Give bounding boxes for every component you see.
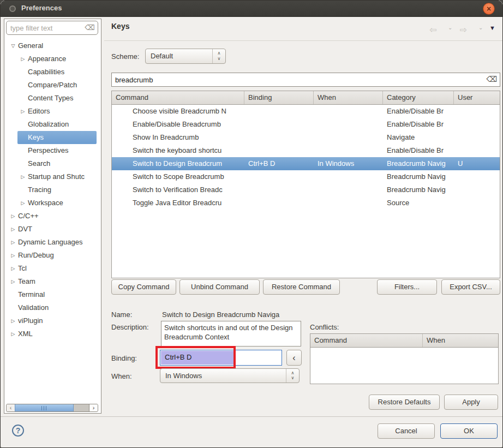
- cancel-button[interactable]: Cancel: [378, 423, 435, 439]
- sidebar-item-search[interactable]: Search: [4, 157, 101, 170]
- filter-field[interactable]: ⌫: [6, 21, 98, 35]
- table-row-selected[interactable]: Switch to Design BreadcrumCtrl+B DIn Win…: [112, 157, 500, 170]
- tree-item-label: Terminal: [18, 290, 45, 298]
- sidebar-item-keys[interactable]: Keys: [4, 131, 101, 144]
- footer-separator: [1, 416, 502, 417]
- copy-command-button[interactable]: Copy Command: [111, 279, 176, 295]
- column-header-binding[interactable]: Binding: [244, 91, 314, 104]
- table-row[interactable]: Toggle Java Editor BreadcruSource: [112, 196, 500, 210]
- sidebar-item-editors[interactable]: ▷Editors: [4, 105, 101, 118]
- back-arrow-icon[interactable]: ⇦: [429, 25, 436, 35]
- column-header-when[interactable]: When: [314, 91, 383, 104]
- restore-command-button[interactable]: Restore Command: [263, 279, 340, 295]
- ok-button[interactable]: OK: [440, 423, 498, 439]
- tree-item-label: Workspace: [28, 199, 63, 207]
- expand-icon[interactable]: ▷: [8, 223, 18, 236]
- sidebar-item-startup-and-shutdown[interactable]: ▷Startup and Shutc: [4, 170, 101, 183]
- sidebar-item-run-debug[interactable]: ▷Run/Debug: [4, 249, 101, 262]
- expand-icon[interactable]: ▷: [8, 275, 18, 288]
- expand-icon[interactable]: ▷: [18, 196, 28, 210]
- sidebar-item-appearance[interactable]: ▷Appearance: [4, 52, 101, 65]
- expand-icon[interactable]: ▷: [8, 236, 18, 249]
- sidebar-item-capabilities[interactable]: Capabilities: [4, 65, 101, 79]
- sidebar-horizontal-scrollbar[interactable]: ‹ ›: [6, 404, 98, 412]
- cell-binding: [244, 170, 314, 183]
- cell-command: Toggle Java Editor Breadcru: [112, 196, 244, 210]
- expand-icon[interactable]: ▷: [8, 262, 18, 275]
- column-header-category[interactable]: Category: [383, 91, 454, 104]
- expand-icon[interactable]: ▷: [18, 170, 28, 183]
- table-row[interactable]: Switch the keyboard shortcuEnable/Disabl…: [112, 144, 500, 157]
- conflicts-label: Conflicts:: [310, 323, 339, 331]
- sidebar-item-terminal[interactable]: Terminal: [4, 288, 101, 301]
- sidebar-item-dvt[interactable]: ▷DVT: [4, 223, 101, 236]
- cell-user: [454, 144, 500, 157]
- export-csv-button[interactable]: Export CSV...: [441, 279, 500, 295]
- cell-binding: [244, 131, 314, 144]
- sidebar-item-xml[interactable]: ▷XML: [4, 327, 101, 341]
- cell-when: In Windows: [314, 157, 383, 170]
- binding-label: Binding:: [111, 354, 137, 362]
- cell-user: [454, 131, 500, 144]
- when-dropdown[interactable]: In Windows ∧∨: [160, 368, 300, 383]
- sidebar-item-perspectives[interactable]: Perspectives: [4, 144, 101, 157]
- filters-button[interactable]: Filters...: [377, 279, 437, 295]
- scheme-dropdown[interactable]: Default ∧∨: [145, 49, 226, 64]
- expand-icon[interactable]: ▷: [8, 314, 18, 327]
- forward-arrow-icon[interactable]: ⇨: [460, 25, 467, 35]
- clear-search-icon[interactable]: ⌫: [486, 75, 497, 83]
- cell-command: Switch to Verification Breadc: [112, 183, 244, 196]
- scrollbar-thumb[interactable]: [15, 404, 74, 411]
- sidebar-item-content-types[interactable]: Content Types: [4, 92, 101, 105]
- binding-back-button[interactable]: ‹: [286, 350, 302, 366]
- forward-history-chevron-icon[interactable]: ⌄: [478, 25, 483, 31]
- clear-filter-icon[interactable]: ⌫: [85, 23, 95, 32]
- filter-input[interactable]: [10, 23, 84, 33]
- binding-input[interactable]: Ctrl+B D: [160, 350, 282, 366]
- sidebar-item-compare-patch[interactable]: Compare/Patch: [4, 79, 101, 92]
- scroll-left-icon[interactable]: ‹: [7, 404, 15, 411]
- sidebar-item-tcl[interactable]: ▷Tcl: [4, 262, 101, 275]
- sidebar-item-validation[interactable]: Validation: [4, 301, 101, 314]
- close-button[interactable]: ×: [483, 3, 495, 15]
- sidebar-item-viplugin[interactable]: ▷viPlugin: [4, 314, 101, 327]
- conflicts-column-when[interactable]: When: [423, 334, 498, 347]
- apply-button[interactable]: Apply: [444, 395, 498, 410]
- cell-when: [314, 118, 383, 131]
- expand-icon[interactable]: ▷: [18, 105, 28, 118]
- expand-icon[interactable]: ▷: [18, 52, 28, 65]
- sidebar-item-tracing[interactable]: Tracing: [4, 183, 101, 196]
- cell-category: Navigate: [383, 131, 454, 144]
- restore-defaults-button[interactable]: Restore Defaults: [369, 395, 440, 410]
- sidebar-item-dynamic-languages[interactable]: ▷Dynamic Languages: [4, 236, 101, 249]
- sidebar-item-globalization[interactable]: Globalization: [4, 118, 101, 131]
- expand-icon[interactable]: ▷: [8, 249, 18, 262]
- column-header-command[interactable]: Command: [112, 91, 244, 104]
- collapse-icon[interactable]: ▽: [8, 39, 18, 52]
- sidebar-item-c-cpp[interactable]: ▷C/C++: [4, 210, 101, 223]
- table-row[interactable]: Switch to Verification BreadcBreadcrumb …: [112, 183, 500, 196]
- cell-command: Switch to Scope Breadcrumb: [112, 170, 244, 183]
- command-search-input[interactable]: [115, 75, 481, 85]
- expand-icon[interactable]: ▷: [8, 327, 18, 341]
- conflicts-column-command[interactable]: Command: [310, 334, 423, 347]
- command-search-field[interactable]: ⌫: [111, 73, 500, 87]
- table-row[interactable]: Enable/Disable BreadcrumbEnable/Disable …: [112, 118, 500, 131]
- view-menu-icon[interactable]: ▼: [489, 25, 495, 31]
- column-header-user[interactable]: User: [454, 91, 500, 104]
- scroll-right-button[interactable]: ›: [89, 404, 98, 411]
- titlebar[interactable]: Preferences ×: [1, 1, 502, 17]
- tree-item-label: Capabilities: [28, 68, 64, 76]
- table-row[interactable]: Show In BreadcrumbNavigate: [112, 131, 500, 144]
- table-row[interactable]: Switch to Scope BreadcrumbBreadcrumb Nav…: [112, 170, 500, 183]
- sidebar-item-workspace[interactable]: ▷Workspace: [4, 196, 101, 210]
- sidebar-item-team[interactable]: ▷Team: [4, 275, 101, 288]
- conflicts-table-header: Command When: [310, 334, 498, 348]
- unbind-command-button[interactable]: Unbind Command: [179, 279, 260, 295]
- cell-binding: [244, 196, 314, 210]
- help-button[interactable]: ?: [12, 425, 24, 437]
- expand-icon[interactable]: ▷: [8, 210, 18, 223]
- table-row[interactable]: Choose visible Breadcrumb NEnable/Disabl…: [112, 105, 500, 118]
- sidebar-item-general[interactable]: ▽General: [4, 39, 101, 52]
- back-history-chevron-icon[interactable]: ⌄: [448, 25, 452, 31]
